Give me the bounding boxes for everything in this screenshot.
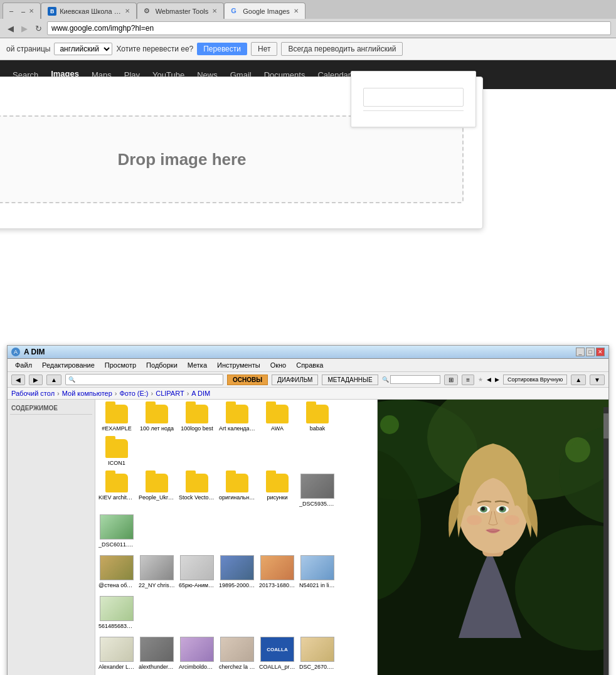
svg-point-23	[500, 507, 504, 511]
address-bar-row: ◀ ▶ ↻	[0, 19, 616, 38]
fm-addr-desktop[interactable]: Рабочий стол	[11, 390, 55, 397]
fm-menu-help[interactable]: Справка	[291, 360, 328, 370]
drop-zone[interactable]: Drop image here	[0, 115, 464, 203]
drop-text: Drop image here	[117, 150, 246, 169]
fm-tab-slideshow[interactable]: ДИАФИЛЬМ	[272, 375, 318, 385]
image-thumbnail	[300, 474, 334, 499]
list-item[interactable]: DSC_2670.JPG	[299, 634, 336, 672]
no-translate-button[interactable]: Нет	[251, 42, 277, 56]
list-item[interactable]: N54021 in line.jpg	[299, 553, 336, 591]
folder-icon	[306, 405, 329, 423]
fm-toolbar-up[interactable]: ▲	[46, 375, 61, 385]
item-label: KIEV architech	[98, 494, 135, 501]
folder-icon	[266, 474, 289, 492]
list-item[interactable]: 22_NY christmas J ane fleck.gif	[138, 553, 176, 591]
back-button[interactable]: ◀	[5, 23, 16, 35]
fm-menu-tools[interactable]: Инструменты	[212, 360, 265, 370]
fm-tab-metadata[interactable]: МЕТАДАННЫЕ	[322, 375, 378, 385]
svg-point-24	[467, 515, 482, 525]
item-label: _DSC5935.JPG	[299, 501, 336, 507]
fm-sidebar-title: СОДЕРЖИМОЕ	[10, 402, 92, 415]
tab-2-close[interactable]: ✕	[125, 8, 130, 14]
fm-menu-window[interactable]: Окно	[265, 360, 292, 370]
list-item[interactable]: Art календарь и р апреля	[218, 402, 256, 434]
fm-file-grid: #EXAMPLE 100 лет нода 100logo best Art к…	[95, 400, 378, 675]
fm-view-list[interactable]: ≡	[462, 375, 474, 385]
always-translate-button[interactable]: Всегда переводить английский	[281, 42, 403, 56]
fm-addr-clipart[interactable]: CLIPART	[156, 390, 184, 397]
list-item[interactable]: People_Ukraine	[138, 471, 176, 509]
tab-4[interactable]: G Google Images ✕	[224, 3, 305, 19]
fm-menu-mark[interactable]: Метка	[183, 360, 212, 370]
fm-view-grid[interactable]: ⊞	[444, 375, 458, 385]
fm-close-button[interactable]: ✕	[596, 348, 605, 356]
tab-1-close[interactable]: ✕	[29, 8, 34, 14]
list-item[interactable]: рисунки	[258, 471, 296, 509]
list-item[interactable]: _DSC6011.JPG	[98, 512, 135, 550]
list-item[interactable]: cherchez la femme! _root _krasob.jpg	[218, 634, 256, 672]
list-item[interactable]: Arcimboldovarten raz.jpg	[178, 634, 216, 672]
tab-3-favicon: ⚙	[144, 7, 152, 16]
fm-sort-label[interactable]: Сортировка Вручную	[503, 375, 567, 385]
list-item[interactable]: babak	[299, 402, 336, 434]
list-item[interactable]: @стена объявлени й0.jpg	[98, 553, 135, 591]
image-thumbnail	[180, 555, 214, 580]
fm-menu-edit[interactable]: Редактирование	[37, 360, 100, 370]
fm-search-input-small[interactable]: 🔍	[382, 375, 441, 384]
list-item[interactable]: 5614856838_3d5674 ddc5_z.jpg	[98, 593, 135, 632]
fm-addr-mycomp[interactable]: Мой компьютер	[62, 390, 112, 397]
fm-menu-view[interactable]: Просмотр	[100, 360, 141, 370]
forward-button[interactable]: ▶	[19, 23, 30, 35]
list-item[interactable]: оригинальные ва ши	[218, 471, 256, 509]
fm-next-btn[interactable]: ▶	[495, 376, 499, 383]
list-item[interactable]: Stock Vector - Ban ner & Wa...ments S	[178, 471, 216, 509]
tab-1[interactable]: – – ✕	[3, 3, 41, 19]
fm-addr-photo[interactable]: Фото (E:)	[119, 390, 148, 397]
fm-image-row-2: Alexander Lavinio Manga..._2011.jpg alex…	[98, 634, 374, 675]
list-item[interactable]: alexthunder.jpg	[138, 634, 176, 672]
tab-4-close[interactable]: ✕	[294, 8, 299, 14]
preview-scrollbar[interactable]	[603, 407, 608, 675]
list-item[interactable]: Alexander Lavinio Manga..._2011.jpg	[98, 634, 135, 672]
list-item[interactable]: 100logo best	[178, 402, 216, 434]
fm-menu-file[interactable]: Файл	[10, 360, 37, 370]
list-item[interactable]: 20173-1680x1050 _root .jpg	[258, 553, 296, 591]
fm-toolbar-back[interactable]: ◀	[11, 375, 25, 385]
list-item[interactable]: ICON1	[98, 437, 135, 469]
fm-maximize-button[interactable]: □	[586, 348, 595, 356]
translate-page-lang-label: ой страницы	[6, 45, 50, 53]
fm-addr-adim[interactable]: A DIM	[191, 390, 210, 397]
tab-3-close[interactable]: ✕	[212, 8, 217, 14]
translate-button[interactable]: Перевести	[197, 43, 247, 55]
small-search-input[interactable]	[363, 88, 464, 107]
svg-point-22	[481, 507, 485, 511]
list-item[interactable]: KIEV architech	[98, 471, 135, 509]
fm-sort-desc[interactable]: ▼	[590, 375, 605, 385]
item-label: 100logo best	[181, 425, 213, 432]
list-item[interactable]: COALLA COALLA_present in ortfale.pdf	[258, 634, 296, 672]
tab-2-favicon: B	[48, 7, 56, 16]
reload-button[interactable]: ↻	[33, 23, 45, 35]
fm-star-btn[interactable]: ★	[478, 376, 483, 383]
address-input[interactable]	[47, 21, 611, 35]
fm-sort-asc[interactable]: ▲	[571, 375, 586, 385]
image-thumbnail	[140, 555, 174, 580]
item-label: People_Ukraine	[139, 494, 175, 501]
list-item[interactable]: 100 лет нода	[138, 402, 176, 434]
item-label: COALLA_present in ortfale.pdf	[259, 664, 295, 670]
tab-3[interactable]: ⚙ Webmaster Tools ✕	[137, 3, 225, 19]
list-item[interactable]: _DSC5935.JPG	[299, 471, 336, 509]
scrollbar-thumb[interactable]	[603, 413, 608, 438]
list-item[interactable]: 19895-2000x2000 _root .jpg	[218, 553, 256, 591]
fm-menubar: Файл Редактирование Просмотр Подборки Ме…	[8, 359, 608, 372]
tab-2[interactable]: B Киевская Школа … ✕	[41, 3, 137, 19]
fm-minimize-button[interactable]: _	[576, 348, 585, 356]
list-item[interactable]: #EXAMPLE	[98, 402, 135, 434]
list-item[interactable]: 65рю-Анимацион ая_фо...вющих.gif	[178, 553, 216, 591]
fm-menu-collections[interactable]: Подборки	[141, 360, 183, 370]
language-select[interactable]: английский	[54, 43, 112, 55]
list-item[interactable]: AWA	[258, 402, 296, 434]
fm-toolbar-forward[interactable]: ▶	[29, 375, 43, 385]
fm-tab-main[interactable]: ОСНОВЫ	[227, 375, 268, 385]
fm-prev-btn[interactable]: ◀	[487, 376, 491, 383]
